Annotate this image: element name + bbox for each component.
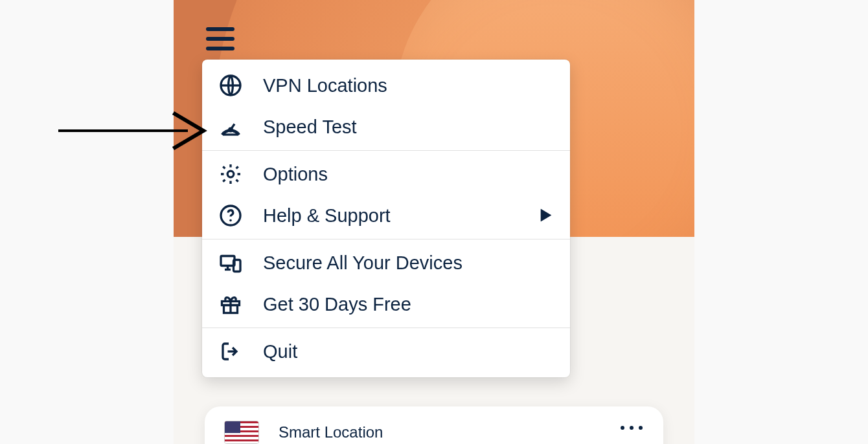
help-icon <box>219 204 242 227</box>
location-card[interactable]: Smart Location <box>205 406 663 444</box>
hamburger-menu: VPN Locations Speed Test <box>202 60 570 377</box>
menu-item-label: Quit <box>263 341 297 362</box>
menu-separator <box>202 150 570 151</box>
exit-icon <box>219 340 242 363</box>
menu-item-vpn-locations[interactable]: VPN Locations <box>202 65 570 106</box>
annotation-arrow <box>58 110 207 154</box>
submenu-arrow-icon <box>540 205 552 227</box>
app-window: VPN Locations Speed Test <box>174 0 694 444</box>
hamburger-button[interactable] <box>206 27 234 50</box>
menu-item-label: Speed Test <box>263 117 357 138</box>
menu-separator <box>202 327 570 328</box>
gift-icon <box>219 293 242 316</box>
menu-item-quit[interactable]: Quit <box>202 331 570 372</box>
globe-icon <box>219 74 242 97</box>
more-options-button[interactable] <box>621 426 643 430</box>
us-flag-icon <box>224 421 259 444</box>
svg-point-2 <box>227 171 234 177</box>
menu-item-label: Get 30 Days Free <box>263 294 411 315</box>
menu-item-options[interactable]: Options <box>202 153 570 195</box>
gear-icon <box>219 162 242 186</box>
menu-item-label: VPN Locations <box>263 75 387 96</box>
menu-item-label: Help & Support <box>263 205 391 227</box>
menu-item-label: Options <box>263 164 328 185</box>
menu-item-get-free[interactable]: Get 30 Days Free <box>202 283 570 325</box>
menu-item-label: Secure All Your Devices <box>263 252 463 274</box>
svg-rect-6 <box>234 260 241 272</box>
menu-separator <box>202 239 570 239</box>
menu-item-secure-devices[interactable]: Secure All Your Devices <box>202 242 570 283</box>
svg-point-4 <box>229 219 232 222</box>
gauge-icon <box>219 115 242 139</box>
menu-item-help-support[interactable]: Help & Support <box>202 195 570 236</box>
location-title: Smart Location <box>279 423 383 441</box>
menu-item-speed-test[interactable]: Speed Test <box>202 106 570 148</box>
devices-icon <box>219 251 242 274</box>
